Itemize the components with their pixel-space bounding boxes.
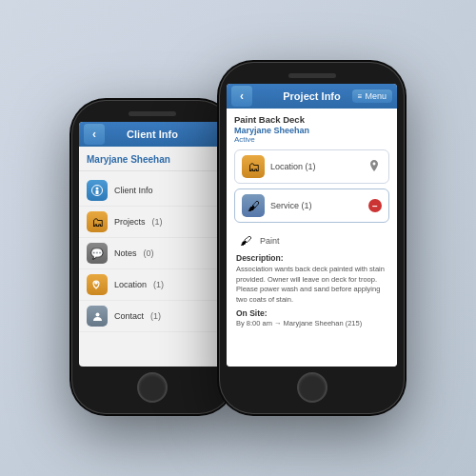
contact-icon xyxy=(87,306,108,327)
service-detail: 🖌 Paint Description: Association wants b… xyxy=(234,228,389,331)
service-item-name: Paint xyxy=(260,236,280,246)
menu-item-location[interactable]: Location (1) xyxy=(79,269,226,301)
menu-item-notes[interactable]: 💬 Notes (0) xyxy=(79,238,226,269)
location-row-label: Location (1) xyxy=(270,162,361,171)
home-button-left[interactable] xyxy=(137,372,168,403)
project-client: Maryjane Sheehan xyxy=(234,126,389,135)
menu-label: Menu xyxy=(365,91,387,101)
location-row[interactable]: 🗂 Location (1) xyxy=(234,149,389,184)
client-info-icon xyxy=(87,180,108,201)
project-content: Paint Back Deck Maryjane Sheehan Active … xyxy=(227,109,397,367)
project-info-header: ‹ Project Info ≡ Menu xyxy=(227,84,397,109)
home-button-right[interactable] xyxy=(297,372,327,403)
menu-item-label-notes: Notes xyxy=(114,248,137,258)
menu-item-projects[interactable]: 🗂 Projects (1) xyxy=(79,207,226,238)
phone-screen-right: ‹ Project Info ≡ Menu Paint Back Deck Ma… xyxy=(227,84,397,367)
back-button-right[interactable]: ‹ xyxy=(231,86,252,107)
back-button-left[interactable]: ‹ xyxy=(84,124,105,145)
project-status: Active xyxy=(234,135,389,144)
location-badge: (1) xyxy=(153,280,164,289)
phone-speaker-left xyxy=(129,111,176,116)
location-row-icon: 🗂 xyxy=(242,155,265,178)
description-text: Association wants back deck painted with… xyxy=(236,265,387,305)
notes-badge: (0) xyxy=(144,248,154,258)
phone-right: ‹ Project Info ≡ Menu Paint Back Deck Ma… xyxy=(219,62,405,414)
menu-item-label-client-info: Client Info xyxy=(114,186,153,195)
menu-item-label-location: Location xyxy=(114,280,147,289)
phone-left: ‹ Client Info Maryjane Sheehan Client In… xyxy=(71,100,233,414)
service-row-label: Service (1) xyxy=(270,201,363,210)
on-site-label: On Site: xyxy=(236,308,387,318)
phone-screen-left: ‹ Client Info Maryjane Sheehan Client In… xyxy=(79,122,226,367)
phone-speaker-right xyxy=(288,73,336,78)
location-icon xyxy=(87,274,108,295)
description-label: Description: xyxy=(236,253,387,263)
location-pin-action[interactable] xyxy=(367,159,382,174)
project-title: Paint Back Deck xyxy=(234,114,389,125)
service-row-icon: 🖌 xyxy=(242,194,265,217)
paint-icon: 🖌 xyxy=(236,231,255,250)
menu-item-label-projects: Projects xyxy=(114,217,146,227)
menu-item-label-contact: Contact xyxy=(114,311,144,321)
service-minus-action[interactable]: − xyxy=(368,199,382,212)
contact-badge: (1) xyxy=(150,311,161,321)
svg-point-0 xyxy=(96,188,99,190)
phones-container: ‹ Client Info Maryjane Sheehan Client In… xyxy=(71,62,405,414)
client-info-title: Client Info xyxy=(127,129,178,140)
service-row[interactable]: 🖌 Service (1) − xyxy=(234,188,389,223)
menu-icon: ≡ xyxy=(358,92,363,101)
client-info-header: ‹ Client Info xyxy=(79,122,226,147)
menu-button[interactable]: ≡ Menu xyxy=(352,89,392,103)
menu-list: Client Info 🗂 Projects (1) 💬 Notes (0) xyxy=(79,171,226,336)
notes-icon: 💬 xyxy=(87,243,108,264)
service-item-row: 🖌 Paint xyxy=(236,231,387,250)
on-site-text: By 8:00 am → Maryjane Sheehan (215) xyxy=(236,319,387,327)
menu-item-client-info[interactable]: Client Info xyxy=(79,175,226,207)
svg-point-4 xyxy=(95,312,99,316)
projects-icon: 🗂 xyxy=(87,211,108,232)
project-info-title: Project Info xyxy=(283,90,341,102)
menu-item-contact[interactable]: Contact (1) xyxy=(79,301,226,332)
client-name: Maryjane Sheehan xyxy=(79,147,226,171)
svg-rect-1 xyxy=(96,190,99,194)
projects-badge: (1) xyxy=(152,217,163,227)
